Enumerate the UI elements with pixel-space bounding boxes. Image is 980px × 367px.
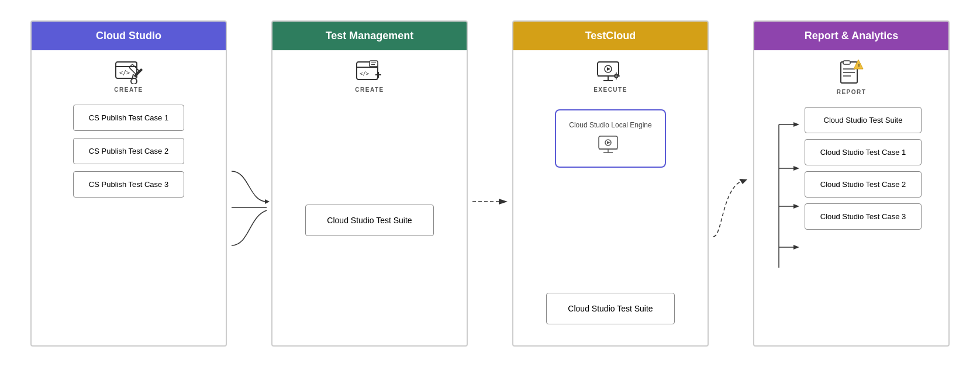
testcloud-icon-area: EXECUTE [593, 60, 627, 93]
execute-icon [595, 60, 626, 84]
local-engine-icon [598, 135, 623, 156]
report-case-1: Cloud Studio Test Case 1 [805, 139, 922, 165]
report-body: ! REPORT [754, 50, 948, 345]
arrows-col2-col3 [472, 20, 508, 365]
cloud-studio-body: </> CREATE CS Publish [32, 50, 226, 345]
arrows-col3-col4 [713, 20, 748, 365]
svg-rect-33 [843, 61, 850, 64]
column-test-management: Test Management </> CREATE Cloud Studio … [271, 20, 468, 347]
create-test-icon: </> [354, 60, 385, 84]
column-report: Report & Analytics ! REPORT [753, 20, 950, 347]
tc-suite-box: Cloud Studio Test Suite [546, 293, 675, 324]
test-management-icon-label: CREATE [355, 86, 384, 93]
report-icon: ! [836, 60, 867, 86]
local-engine-label: Cloud Studio Local Engine [569, 121, 651, 129]
svg-marker-6 [265, 199, 270, 204]
create-script-icon: </> [113, 60, 144, 84]
report-case-3: Cloud Studio Test Case 3 [805, 203, 922, 230]
svg-marker-44 [793, 122, 799, 127]
svg-rect-10 [370, 61, 378, 67]
testcloud-icon-label: EXECUTE [593, 86, 627, 93]
svg-text:</>: </> [360, 71, 370, 77]
diagram: Cloud Studio </> [16, 11, 964, 356]
svg-marker-31 [739, 179, 747, 184]
svg-text:</>: </> [119, 70, 130, 76]
testcloud-header: TestCloud [513, 22, 708, 50]
cs-publish-1: CS Publish Test Case 1 [73, 105, 184, 131]
svg-rect-5 [129, 64, 140, 75]
cloud-studio-icon-area: </> CREATE [113, 60, 144, 93]
column-cloud-studio: Cloud Studio </> [30, 20, 227, 347]
report-icon-area: ! REPORT [836, 60, 867, 95]
test-management-icon-area: </> CREATE [354, 60, 385, 93]
cs-publish-2: CS Publish Test Case 2 [73, 138, 184, 164]
svg-marker-45 [793, 166, 799, 171]
svg-text:!: ! [858, 63, 860, 68]
cs-publish-3: CS Publish Test Case 3 [73, 171, 184, 198]
tm-suite-box: Cloud Studio Test Suite [305, 205, 434, 236]
report-case-2: Cloud Studio Test Case 2 [805, 171, 922, 198]
arrows-col1-col2 [232, 20, 267, 365]
column-testcloud: TestCloud [512, 20, 709, 347]
cloud-studio-header: Cloud Studio [32, 22, 226, 50]
report-header: Report & Analytics [754, 22, 948, 50]
test-management-header: Test Management [272, 22, 467, 50]
local-engine-box: Cloud Studio Local Engine [555, 109, 665, 168]
report-items: Cloud Studio Test Suite Cloud Studio Tes… [761, 107, 941, 230]
report-suite: Cloud Studio Test Suite [805, 107, 922, 133]
svg-marker-46 [793, 204, 799, 209]
svg-marker-30 [607, 141, 610, 144]
cloud-studio-icon-label: CREATE [114, 86, 143, 93]
svg-marker-14 [499, 199, 508, 205]
testcloud-body: EXECUTE Cloud Studio Local Engine Cloud … [513, 50, 708, 345]
report-icon-label: REPORT [837, 89, 867, 95]
test-management-body: </> CREATE Cloud Studio Test Suite [272, 50, 467, 345]
svg-marker-47 [793, 245, 799, 250]
